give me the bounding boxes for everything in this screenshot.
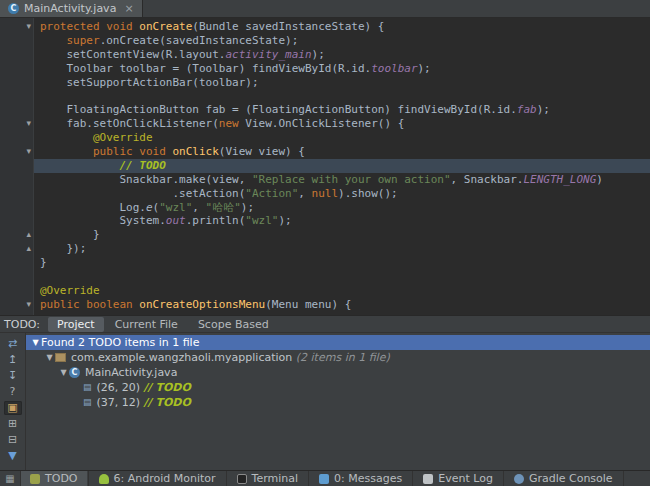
code-line[interactable]: @Override [40,131,650,145]
code-token: (View view) { [219,145,305,158]
code-token: } [40,256,47,269]
status-bar-items: TODO6: Android MonitorTerminal0: Message… [21,471,625,486]
android-icon [99,474,109,484]
code-token: FloatingActionButton fab = (FloatingActi… [40,103,517,116]
autoscroll-to-source-icon[interactable]: ▣ [4,401,22,415]
gutter-line: ▾ [0,20,33,34]
next-todo-icon[interactable]: ↧ [4,369,22,383]
code-line[interactable]: public boolean onCreateOptionsMenu(Menu … [40,298,650,312]
code-area[interactable]: protected void onCreate(Bundle savedInst… [34,18,650,315]
code-token: super [67,34,100,47]
class-icon: C [69,367,80,378]
code-token: e [146,201,153,214]
todo-tab-scope-based[interactable]: Scope Based [189,317,278,332]
code-line[interactable]: // TODO [34,159,650,173]
code-line[interactable] [40,270,650,284]
todo-tab-current-file[interactable]: Current File [106,317,187,332]
code-line[interactable]: Toolbar toolbar = (Toolbar) findViewById… [40,62,650,76]
terminal-button[interactable]: Terminal [228,471,308,486]
code-editor[interactable]: ▾▾▾▴▴▾ protected void onCreate(Bundle sa… [0,18,650,315]
todo-tool-window: TODO: ProjectCurrent FileScope Based ⇄↥↧… [0,315,650,470]
todo-panel-tabs: ProjectCurrent FileScope Based [48,317,278,332]
tab-label: MainActivity.java [24,2,116,15]
code-line[interactable]: }); [40,242,650,256]
gradle-console-button[interactable]: Gradle Console [505,471,622,486]
close-icon[interactable]: × [124,2,133,15]
expand-arrow-icon[interactable]: ▼ [30,338,41,347]
code-token: public void [93,145,172,158]
code-token: setContentView(R.layout. [40,48,225,61]
expand-arrow-icon[interactable]: ▼ [58,368,69,377]
code-token: "wzl" [245,214,278,227]
fold-marker-icon[interactable]: ▾ [26,145,31,159]
gradle-icon [514,474,524,484]
todo-tree-row[interactable]: ▼Found 2 TODO items in 1 file [26,335,650,350]
gutter-line: ▴ [0,242,33,256]
todo-panel-title: TODO: [4,318,40,331]
todo-comment-text: // TODO [144,381,191,394]
gutter-line [0,187,33,201]
code-line[interactable] [40,89,650,103]
status-item-label: 6: Android Monitor [114,472,216,485]
messages-button[interactable]: 0: Messages [310,471,411,486]
event-log-button[interactable]: Event Log [414,471,502,486]
gutter-line [0,214,33,228]
editor-tab-bar: C MainActivity.java × [0,0,650,18]
collapse-all-icon[interactable]: ⊟ [4,433,22,447]
help-icon[interactable]: ? [4,385,22,399]
previous-todo-icon[interactable]: ↥ [4,353,22,367]
gutter-line [0,62,33,76]
gutter-line: ▴ [0,228,33,242]
todo-tree-row[interactable]: ▤(37, 12) // TODO [26,395,650,410]
code-line[interactable]: FloatingActionButton fab = (FloatingActi… [40,103,650,117]
gutter-line [0,103,33,117]
gutter-line [0,159,33,173]
code-token: Snackbar.make(view, [40,173,252,186]
code-token: System. [40,214,166,227]
code-line[interactable]: .setAction("Action", null).show(); [40,187,650,201]
todo-tree-row[interactable]: ▼CMainActivity.java [26,365,650,380]
code-token: out [166,214,186,227]
navigate-icon[interactable]: ⇄ [4,337,22,351]
code-token: "Action" [245,187,298,200]
todo-tree-row[interactable]: ▤(26, 20) // TODO [26,380,650,395]
android-monitor-button[interactable]: 6: Android Monitor [90,471,225,486]
tab-mainactivity[interactable]: C MainActivity.java × [0,0,143,17]
gutter-line: ▾ [0,298,33,312]
expand-all-icon[interactable]: ⊞ [4,417,22,431]
code-line[interactable]: } [40,256,650,270]
fold-marker-icon[interactable]: ▴ [26,228,31,242]
todo-tab-project[interactable]: Project [48,317,104,332]
code-line[interactable]: System.out.println("wzl"); [40,214,650,228]
code-line[interactable]: fab.setOnClickListener(new View.OnClickL… [40,117,650,131]
gutter-line [0,48,33,62]
filter-todo-icon[interactable]: ▼ [4,449,22,463]
code-token: ); [537,103,550,116]
code-line[interactable]: } [40,228,650,242]
fold-marker-icon[interactable]: ▾ [26,298,31,312]
todo-button[interactable]: TODO [21,471,87,486]
todo-item-icon: ▤ [83,382,92,393]
status-separator [226,471,227,486]
code-line[interactable]: Snackbar.make(view, "Replace with your o… [40,173,650,187]
fold-marker-icon[interactable]: ▴ [26,242,31,256]
code-token: @Override [40,284,100,297]
code-line[interactable]: @Override [40,284,650,298]
code-line[interactable]: setSupportActionBar(toolbar); [40,76,650,90]
code-line[interactable]: setContentView(R.layout.activity_main); [40,48,650,62]
fold-marker-icon[interactable]: ▾ [26,20,31,34]
code-token: onClick [172,145,218,158]
fold-marker-icon[interactable]: ▾ [26,117,31,131]
code-token [40,159,119,172]
expand-arrow-icon[interactable]: ▼ [44,353,55,362]
code-line[interactable]: public void onClick(View view) { [40,145,650,159]
toolwindow-switcher-icon[interactable]: ▦ [0,471,21,486]
code-token: "wzl" [159,201,192,214]
todo-tree-row[interactable]: ▼com.example.wangzhaoli.myapplication (2… [26,350,650,365]
code-line[interactable]: Log.e("wzl", "哈哈"); [40,201,650,215]
code-token: (Bundle savedInstanceState) { [192,20,384,33]
code-line[interactable]: super.onCreate(savedInstanceState); [40,34,650,48]
code-line[interactable]: protected void onCreate(Bundle savedInst… [40,20,650,34]
code-token: , Snackbar. [451,173,524,186]
code-token: public boolean [40,298,139,311]
